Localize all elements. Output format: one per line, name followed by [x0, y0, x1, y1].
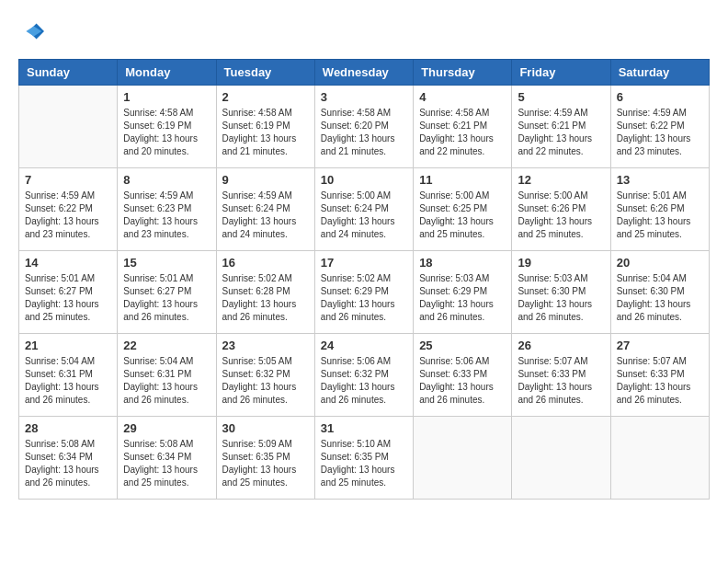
day-number: 10 [321, 173, 407, 187]
calendar-cell [512, 417, 610, 500]
calendar-cell: 22Sunrise: 5:04 AMSunset: 6:31 PMDayligh… [118, 334, 216, 417]
calendar-cell: 9Sunrise: 4:59 AMSunset: 6:24 PMDaylight… [216, 168, 314, 251]
calendar-cell: 10Sunrise: 5:00 AMSunset: 6:24 PMDayligh… [314, 168, 413, 251]
calendar-cell [414, 417, 512, 500]
day-number: 17 [321, 256, 407, 270]
day-number: 24 [321, 339, 407, 352]
calendar-cell: 19Sunrise: 5:03 AMSunset: 6:30 PMDayligh… [512, 251, 610, 334]
weekday-header-sunday: Sunday [19, 60, 118, 86]
day-info: Sunrise: 4:58 AMSunset: 6:19 PMDaylight:… [123, 107, 210, 158]
day-number: 4 [419, 90, 506, 104]
calendar-cell: 17Sunrise: 5:02 AMSunset: 6:29 PMDayligh… [314, 251, 413, 334]
calendar-cell: 18Sunrise: 5:03 AMSunset: 6:29 PMDayligh… [414, 251, 512, 334]
weekday-header-wednesday: Wednesday [314, 60, 413, 86]
day-number: 27 [617, 339, 703, 352]
calendar-cell: 26Sunrise: 5:07 AMSunset: 6:33 PMDayligh… [512, 334, 610, 417]
day-number: 15 [123, 256, 210, 270]
day-number: 12 [518, 173, 604, 187]
day-info: Sunrise: 5:02 AMSunset: 6:29 PMDaylight:… [321, 272, 407, 324]
day-info: Sunrise: 5:00 AMSunset: 6:24 PMDaylight:… [321, 190, 407, 241]
day-info: Sunrise: 4:59 AMSunset: 6:22 PMDaylight:… [617, 107, 703, 158]
day-info: Sunrise: 5:10 AMSunset: 6:35 PMDaylight:… [321, 438, 407, 489]
calendar-cell [610, 417, 709, 500]
calendar-cell: 8Sunrise: 4:59 AMSunset: 6:23 PMDaylight… [118, 168, 216, 251]
calendar-cell: 21Sunrise: 5:04 AMSunset: 6:31 PMDayligh… [19, 334, 118, 417]
day-info: Sunrise: 5:02 AMSunset: 6:28 PMDaylight:… [222, 272, 309, 324]
calendar-cell: 23Sunrise: 5:05 AMSunset: 6:32 PMDayligh… [216, 334, 314, 417]
calendar-cell: 1Sunrise: 4:58 AMSunset: 6:19 PMDaylight… [118, 86, 216, 168]
day-number: 14 [25, 256, 111, 270]
calendar-cell: 7Sunrise: 4:59 AMSunset: 6:22 PMDaylight… [19, 168, 118, 251]
calendar-cell: 31Sunrise: 5:10 AMSunset: 6:35 PMDayligh… [314, 417, 413, 500]
day-info: Sunrise: 4:58 AMSunset: 6:20 PMDaylight:… [321, 107, 407, 158]
calendar-week-row: 28Sunrise: 5:08 AMSunset: 6:34 PMDayligh… [19, 417, 710, 500]
calendar-header-row: SundayMondayTuesdayWednesdayThursdayFrid… [19, 60, 710, 86]
day-number: 3 [321, 90, 407, 104]
day-info: Sunrise: 5:01 AMSunset: 6:27 PMDaylight:… [123, 272, 210, 324]
day-number: 16 [222, 256, 309, 270]
day-info: Sunrise: 5:07 AMSunset: 6:33 PMDaylight:… [617, 355, 703, 407]
day-number: 1 [123, 90, 210, 104]
day-number: 6 [617, 90, 703, 104]
calendar-cell: 24Sunrise: 5:06 AMSunset: 6:32 PMDayligh… [314, 334, 413, 417]
day-number: 11 [419, 173, 506, 187]
calendar-cell: 16Sunrise: 5:02 AMSunset: 6:28 PMDayligh… [216, 251, 314, 334]
calendar-cell: 20Sunrise: 5:04 AMSunset: 6:30 PMDayligh… [610, 251, 709, 334]
day-number: 5 [518, 90, 604, 104]
day-info: Sunrise: 5:04 AMSunset: 6:30 PMDaylight:… [617, 272, 703, 324]
day-info: Sunrise: 5:00 AMSunset: 6:26 PMDaylight:… [518, 190, 604, 241]
calendar-cell: 25Sunrise: 5:06 AMSunset: 6:33 PMDayligh… [414, 334, 512, 417]
calendar-cell: 5Sunrise: 4:59 AMSunset: 6:21 PMDaylight… [512, 86, 610, 168]
calendar-cell: 4Sunrise: 4:58 AMSunset: 6:21 PMDaylight… [414, 86, 512, 168]
logo [18, 18, 48, 44]
day-number: 30 [222, 421, 309, 435]
day-number: 2 [222, 90, 309, 104]
day-number: 8 [123, 173, 210, 187]
calendar-cell: 27Sunrise: 5:07 AMSunset: 6:33 PMDayligh… [610, 334, 709, 417]
weekday-header-friday: Friday [512, 60, 610, 86]
calendar-cell: 13Sunrise: 5:01 AMSunset: 6:26 PMDayligh… [610, 168, 709, 251]
day-info: Sunrise: 4:58 AMSunset: 6:21 PMDaylight:… [419, 107, 506, 158]
day-number: 20 [617, 256, 703, 270]
day-info: Sunrise: 5:06 AMSunset: 6:33 PMDaylight:… [419, 355, 506, 407]
calendar-cell: 2Sunrise: 4:58 AMSunset: 6:19 PMDaylight… [216, 86, 314, 168]
calendar-week-row: 7Sunrise: 4:59 AMSunset: 6:22 PMDaylight… [19, 168, 710, 251]
day-info: Sunrise: 4:59 AMSunset: 6:24 PMDaylight:… [222, 190, 309, 241]
day-info: Sunrise: 5:01 AMSunset: 6:27 PMDaylight:… [25, 272, 111, 324]
calendar-week-row: 21Sunrise: 5:04 AMSunset: 6:31 PMDayligh… [19, 334, 710, 417]
day-number: 13 [617, 173, 703, 187]
weekday-header-saturday: Saturday [610, 60, 709, 86]
day-info: Sunrise: 5:03 AMSunset: 6:29 PMDaylight:… [419, 272, 506, 324]
calendar-cell: 6Sunrise: 4:59 AMSunset: 6:22 PMDaylight… [610, 86, 709, 168]
calendar-cell: 11Sunrise: 5:00 AMSunset: 6:25 PMDayligh… [414, 168, 512, 251]
calendar-cell: 29Sunrise: 5:08 AMSunset: 6:34 PMDayligh… [118, 417, 216, 500]
calendar-cell: 14Sunrise: 5:01 AMSunset: 6:27 PMDayligh… [19, 251, 118, 334]
calendar-week-row: 1Sunrise: 4:58 AMSunset: 6:19 PMDaylight… [19, 86, 710, 168]
day-info: Sunrise: 5:04 AMSunset: 6:31 PMDaylight:… [123, 355, 210, 407]
day-info: Sunrise: 5:00 AMSunset: 6:25 PMDaylight:… [419, 190, 506, 241]
day-number: 21 [25, 339, 111, 352]
calendar-week-row: 14Sunrise: 5:01 AMSunset: 6:27 PMDayligh… [19, 251, 710, 334]
calendar-table: SundayMondayTuesdayWednesdayThursdayFrid… [18, 59, 710, 500]
day-info: Sunrise: 4:59 AMSunset: 6:22 PMDaylight:… [25, 190, 111, 241]
day-info: Sunrise: 5:01 AMSunset: 6:26 PMDaylight:… [617, 190, 703, 241]
day-info: Sunrise: 5:03 AMSunset: 6:30 PMDaylight:… [518, 272, 604, 324]
weekday-header-tuesday: Tuesday [216, 60, 314, 86]
day-info: Sunrise: 4:59 AMSunset: 6:23 PMDaylight:… [123, 190, 210, 241]
day-number: 18 [419, 256, 506, 270]
day-number: 31 [321, 421, 407, 435]
calendar-cell: 3Sunrise: 4:58 AMSunset: 6:20 PMDaylight… [314, 86, 413, 168]
day-info: Sunrise: 4:58 AMSunset: 6:19 PMDaylight:… [222, 107, 309, 158]
day-number: 22 [123, 339, 210, 352]
day-number: 19 [518, 256, 604, 270]
calendar-cell: 28Sunrise: 5:08 AMSunset: 6:34 PMDayligh… [19, 417, 118, 500]
day-info: Sunrise: 5:08 AMSunset: 6:34 PMDaylight:… [25, 438, 111, 489]
day-number: 23 [222, 339, 309, 352]
logo-icon [18, 18, 44, 44]
weekday-header-thursday: Thursday [414, 60, 512, 86]
day-info: Sunrise: 5:08 AMSunset: 6:34 PMDaylight:… [123, 438, 210, 489]
calendar-cell: 12Sunrise: 5:00 AMSunset: 6:26 PMDayligh… [512, 168, 610, 251]
day-number: 29 [123, 421, 210, 435]
day-info: Sunrise: 5:06 AMSunset: 6:32 PMDaylight:… [321, 355, 407, 407]
day-number: 25 [419, 339, 506, 352]
